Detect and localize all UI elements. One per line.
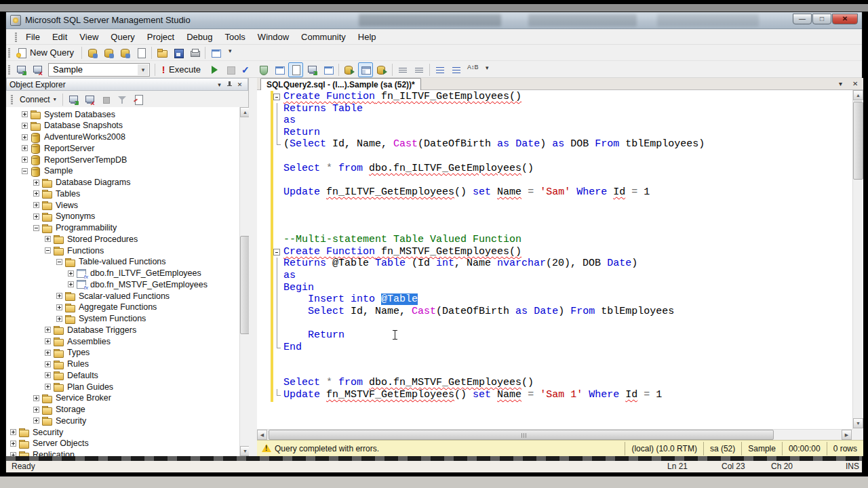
menu-help[interactable]: Help	[352, 30, 382, 43]
tree-item[interactable]: Replication	[6, 449, 75, 457]
expand-icon[interactable]	[56, 293, 62, 299]
tab-close-icon[interactable]: ✕	[852, 80, 858, 87]
tree-item[interactable]: Sample	[6, 165, 73, 177]
menu-tools[interactable]: Tools	[219, 30, 252, 43]
tree-item[interactable]: Storage	[6, 404, 85, 415]
expand-icon[interactable]	[33, 395, 39, 401]
analysis-dmx-query-icon[interactable]	[117, 45, 132, 60]
tree-item[interactable]: Security	[6, 415, 86, 426]
tree-item[interactable]: Aggregate Functions	[6, 302, 157, 313]
results-to-file-icon[interactable]	[374, 62, 389, 77]
filter-icon[interactable]	[115, 92, 130, 107]
tree-item[interactable]: ReportServer	[6, 142, 94, 154]
expand-icon[interactable]	[33, 180, 39, 186]
expand-icon[interactable]	[45, 372, 51, 378]
expand-icon[interactable]	[45, 327, 51, 333]
tree-item[interactable]: dbo.fn_MSTVF_GetEmployees	[6, 279, 208, 290]
query-options-icon[interactable]	[272, 62, 287, 77]
tree-item[interactable]: dbo.fn_ILTVF_GetEmployees	[6, 268, 201, 279]
tree-item[interactable]: Database Snapshots	[6, 120, 123, 131]
tree-item[interactable]: Plan Guides	[6, 381, 113, 392]
increase-indent-icon[interactable]	[449, 62, 464, 77]
expand-icon[interactable]	[45, 361, 51, 367]
expand-icon[interactable]	[33, 202, 39, 208]
analysis-mdx-query-icon[interactable]	[101, 45, 116, 60]
display-estimated-plan-icon[interactable]	[256, 62, 271, 77]
tree-scrollbar[interactable]: ▲ ▼	[239, 107, 250, 456]
tree-item[interactable]: Security	[6, 426, 63, 438]
expand-icon[interactable]	[68, 270, 74, 277]
collapse-box-icon[interactable]	[273, 249, 280, 256]
minimize-button[interactable]: —	[793, 14, 812, 24]
change-connection-icon[interactable]: ×	[30, 62, 45, 77]
expand-icon[interactable]	[22, 123, 28, 129]
comment-icon[interactable]	[395, 62, 410, 77]
menu-project[interactable]: Project	[141, 30, 180, 43]
tab-sqlquery2[interactable]: SQLQuery2.sql - (l...).Sample (sa (52))*	[260, 78, 421, 90]
splitter-grip[interactable]	[521, 433, 527, 438]
tree-item[interactable]: Database Triggers	[6, 324, 136, 336]
scroll-right-icon[interactable]: ▶	[842, 430, 852, 440]
collapse-icon[interactable]	[22, 168, 28, 174]
tree-item[interactable]: System Functions	[6, 313, 146, 325]
tree-item[interactable]: Types	[6, 347, 90, 359]
expand-icon[interactable]	[33, 418, 39, 424]
expand-icon[interactable]	[22, 157, 28, 163]
menu-community[interactable]: Community	[295, 30, 352, 43]
scrollbar-thumb[interactable]	[269, 430, 774, 440]
tree-item[interactable]: Table-valued Functions	[6, 256, 166, 268]
script-icon[interactable]	[131, 92, 146, 107]
disconnect-object-icon[interactable]: ×	[82, 92, 97, 107]
tree-item[interactable]: Assemblies	[6, 336, 111, 347]
expand-icon[interactable]	[56, 304, 62, 310]
tree-item[interactable]: Database Diagrams	[6, 177, 130, 188]
menu-window[interactable]: Window	[252, 30, 295, 43]
open-file-icon[interactable]	[155, 45, 170, 60]
tree-item[interactable]: Tables	[6, 188, 80, 199]
connect-object-icon[interactable]	[66, 92, 81, 107]
database-engine-query-icon[interactable]	[85, 45, 100, 60]
tree-item[interactable]: ReportServerTempDB	[6, 154, 127, 165]
execute-button[interactable]: !Execute	[158, 62, 205, 77]
tree-item[interactable]: Functions	[6, 245, 104, 256]
expand-icon[interactable]	[22, 145, 28, 151]
results-to-text-icon[interactable]	[342, 62, 357, 77]
scroll-up-icon[interactable]: ▲	[853, 90, 863, 100]
activity-monitor-icon[interactable]	[208, 45, 223, 60]
connect-icon[interactable]	[14, 62, 28, 77]
expand-icon[interactable]	[45, 350, 51, 356]
available-databases-select[interactable]: Sample▾	[48, 63, 150, 77]
close-icon[interactable]: ✕	[235, 80, 245, 89]
analysis-xmla-query-icon[interactable]	[134, 45, 149, 60]
expand-icon[interactable]	[10, 429, 16, 435]
menu-edit[interactable]: Edit	[46, 30, 73, 43]
debug-icon[interactable]	[207, 62, 222, 77]
outline-collapse-icon[interactable]	[257, 91, 283, 103]
menu-query[interactable]: Query	[104, 30, 140, 43]
new-query-button[interactable]: New Query	[14, 45, 79, 60]
completion-mode-icon[interactable]: A↕B	[465, 62, 480, 77]
scroll-left-icon[interactable]: ◀	[257, 430, 267, 440]
expand-icon[interactable]	[33, 214, 39, 220]
tree-item[interactable]: AdventureWorks2008	[6, 131, 125, 143]
results-to-grid-icon[interactable]	[358, 62, 373, 77]
stop-icon[interactable]	[223, 62, 238, 77]
outline-collapse-icon[interactable]	[257, 246, 283, 258]
stop-icon[interactable]	[98, 92, 113, 107]
close-button[interactable]: ✕	[832, 14, 858, 24]
toolbar-overflow-icon[interactable]: ▾	[224, 45, 239, 60]
tree-item[interactable]: Scalar-valued Functions	[6, 290, 170, 302]
parse-icon[interactable]: ✓	[239, 62, 254, 77]
tree-item[interactable]: Programmability	[6, 222, 117, 234]
expand-icon[interactable]	[22, 111, 28, 117]
code-area[interactable]: Create Function fn_ILTVF_GetEmployees()R…	[257, 90, 852, 429]
expand-icon[interactable]	[45, 338, 51, 344]
print-icon[interactable]	[187, 45, 202, 60]
intellisense-enabled-icon[interactable]	[288, 62, 303, 77]
tree-item[interactable]: Views	[6, 199, 78, 211]
menu-file[interactable]: File	[20, 30, 46, 43]
connect-button[interactable]: Connect ▾	[16, 94, 60, 106]
expand-icon[interactable]	[45, 236, 51, 242]
scrollbar-thumb[interactable]	[853, 102, 863, 180]
editor-vertical-scrollbar[interactable]: ▲ ▼	[852, 90, 863, 429]
